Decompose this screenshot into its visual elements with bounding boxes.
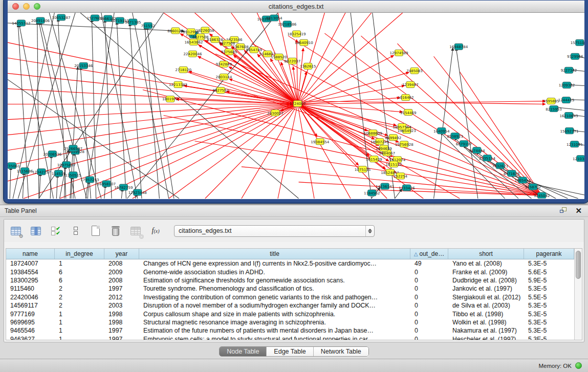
table-cell: 0 [410,327,448,334]
graph-node-label: 1362615 [300,64,316,69]
delete-table-icon[interactable]: ✕ [129,224,142,237]
table-row[interactable]: 946362711997Embryonic stem cells: a mode… [6,335,574,340]
table-row[interactable]: 969969511998Structural magnetic resonanc… [6,318,574,326]
select-rows-icon[interactable]: ✔ ✔ [49,224,62,237]
table-row[interactable]: 946554611997Estimation of the future num… [6,326,574,335]
graph-node-label: 12974589 [389,51,408,55]
column-header-pagerank[interactable]: pagerank [524,249,574,259]
show-columns-icon[interactable] [29,224,42,237]
table-cell: 5.3E-5 [524,302,574,309]
graph-node-label: 7632621 [492,164,509,168]
graph-node-label: 18957564 [393,125,412,129]
table-cell: 9463627 [6,336,55,340]
table-settings-icon[interactable]: ⚙ [9,224,23,237]
graph-node-label: 16210643 [559,114,578,118]
graph-node-label: 10975887 [57,163,76,167]
table-row[interactable]: 1872400712008Changes of HCN gene express… [6,259,574,268]
graph-node-label: 1615439 [366,157,382,162]
graph-node-label: 9158702 [525,185,541,189]
table-cell: Stergiakouli et al. (2012) [448,294,524,301]
graph-node-label: 16543862 [184,40,203,45]
graph-node-label: 8471676 [504,171,520,176]
graph-node-label: 1733426 [399,186,415,190]
table-cell: 1997 [104,285,139,292]
column-header-name[interactable]: name [6,249,55,259]
table-select-dropdown[interactable]: citations_edges.txt [174,225,375,237]
tab-node-table[interactable]: Node Table [220,347,267,356]
graph-node-label: 18226058 [196,28,214,33]
table-cell: Franke et al. (2009) [448,269,524,276]
table-cell: 0 [410,285,448,292]
float-window-icon[interactable] [560,207,568,214]
graph-node-label: 9671385 [125,20,141,25]
table-row[interactable]: 1938455462009Genome-wide association stu… [6,268,574,276]
graph-node-label: 9154469 [400,111,417,115]
column-header-title[interactable]: title [139,249,410,259]
graph-node-label: 1615132 [386,162,402,167]
table-row[interactable]: 911546021997Tourette syndrome. Phenomeno… [6,285,574,293]
graph-node-label: 18640910 [295,40,314,45]
graph-node-label: 22420046 [183,52,202,56]
graph-node-label: 18325419 [287,32,306,36]
citation-network-graph[interactable]: 1405571220891406106532871527602946616210… [8,13,584,199]
table-cell: Embryonic stem cells: a model to study s… [139,336,410,340]
table-row[interactable]: 2242004622012Investigating the contribut… [6,293,574,301]
table-cell: 0 [410,336,448,340]
graph-node-label: 1184562 [364,191,380,195]
graph-node-label: 114519 [52,171,66,176]
table-cell: 19384554 [6,269,55,276]
column-header-outde[interactable]: △out_de… [410,249,448,259]
graph-node-label: 20206536 [43,152,62,157]
graph-node-label: 8813054 [266,16,282,20]
table-row[interactable]: 1830029562008Estimation of significance … [6,276,574,285]
table-cell: Investigating the contribution of common… [139,294,410,301]
graph-node-label: 12213383 [169,82,187,87]
delete-icon[interactable] [109,224,122,237]
graph-node-label: 15751074 [571,40,584,45]
network-window-title: citations_edges.txt [8,3,584,10]
graph-node-label: 14055712 [12,21,30,26]
graph-node-label: 9474444 [469,148,485,153]
tab-network-table[interactable]: Network Table [314,347,368,356]
function-builder-icon[interactable]: f(x) [149,224,162,237]
graph-node-label: 1724007 [290,102,306,106]
table-cell: de Silva et al. (2003) [448,302,524,309]
tab-edge-table[interactable]: Edge Table [267,347,313,356]
column-header-short[interactable]: short [448,249,524,259]
graph-node-label: 20891406 [31,18,50,23]
graph-node-label: 19384554 [311,140,330,144]
row-height-icon[interactable] [69,224,82,237]
close-icon[interactable]: ✕ [575,207,582,214]
graph-node-label: 252254 [394,174,408,179]
table-cell: Nakamura et al. (1997) [448,327,524,334]
table-cell: 5.3E-5 [524,327,574,334]
new-table-icon[interactable] [89,224,102,237]
table-cell: Disruption of a novel member of a sodium… [139,302,410,309]
table-cell: Wolkin et al. (1998) [448,319,524,326]
column-header-year[interactable]: year [104,249,139,259]
graph-node-label: 8938923 [447,134,463,139]
scrollbar-thumb[interactable] [576,251,581,279]
table-cell: 1998 [104,311,139,318]
table-tabs: Node TableEdge TableNetwork Table [219,346,368,357]
network-window-titlebar[interactable]: citations_edges.txt [8,1,584,13]
graph-node-label: 18907249 [371,140,389,144]
graph-node-label: 10653287 [52,15,71,20]
network-window[interactable]: citations_edges.txt 14055712208914061065… [4,0,588,203]
table-cell: 9465546 [6,327,55,334]
status-bar: Memory: OK [0,359,588,372]
graph-node-label: 15692371 [560,129,579,134]
table-cell: 1997 [104,336,139,340]
table-row[interactable]: 977716911998Corpus callosum shape and si… [6,310,574,318]
graph-node-label: 751552 [141,24,155,28]
table-cell: 5.3E-5 [524,319,574,326]
table-row[interactable]: 1456911722003Disruption of a novel membe… [6,301,574,310]
table-cell: 0 [410,311,448,318]
network-canvas[interactable]: 1405571220891406106532871527602946616210… [8,13,584,199]
memory-status-icon[interactable] [575,362,582,369]
vertical-scrollbar[interactable] [574,249,582,340]
table-cell: 18300295 [6,277,55,284]
graph-node-label: 8860123 [167,29,184,33]
column-header-indegree[interactable]: in_degree [55,249,104,259]
graph-node-label: 16948784 [449,45,468,49]
